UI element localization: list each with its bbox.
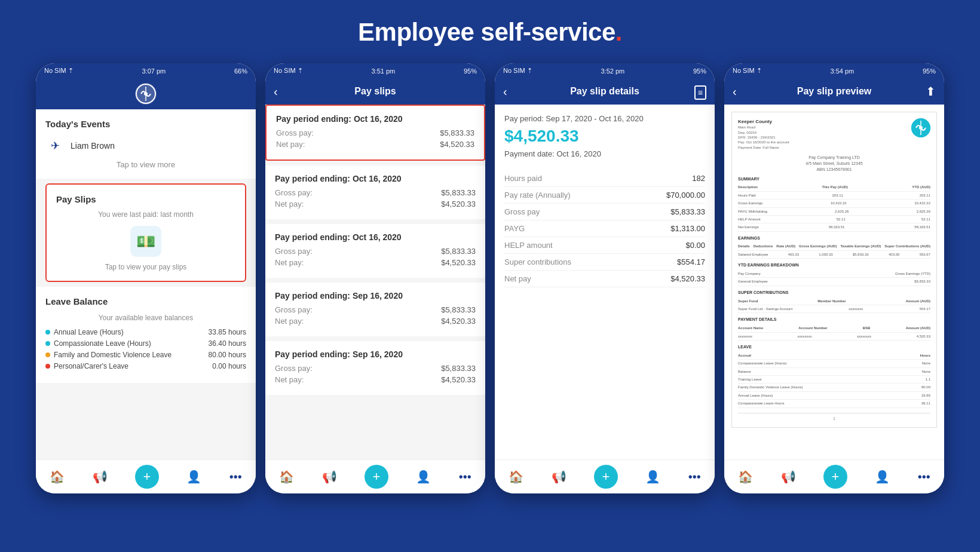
detail-item-2: Gross pay $5,833.33 — [504, 204, 705, 220]
back-button-3[interactable]: ‹ — [503, 85, 507, 99]
dollar-icon: 💵 — [130, 226, 161, 257]
pay-slip-gross-0: Gross pay: $5,833.33 — [276, 128, 474, 137]
nav-announcements-3[interactable]: 📢 — [552, 470, 566, 484]
ytd-title: YTD EARNINGS BREAKDOWN — [738, 262, 930, 268]
battery-3: 95% — [693, 68, 706, 75]
pay-slip-net-2: Net pay: $4,520.33 — [275, 258, 476, 267]
pay-slip-period-0: Pay period ending: Oct 16, 2020 — [276, 114, 474, 124]
nav-add-3[interactable]: + — [594, 465, 618, 489]
bottom-nav-2: 🏠 📢 + 👤 ••• — [265, 459, 485, 493]
bottom-nav-4: 🏠 📢 + 👤 ••• — [724, 459, 944, 493]
nav-announcements-2[interactable]: 📢 — [322, 470, 337, 484]
pay-slip-entry-1[interactable]: Pay period ending: Oct 16, 2020 Gross pa… — [265, 165, 485, 219]
event-item: ✈ Liam Brown — [45, 136, 246, 155]
leave-item-3: Personal/Carer's Leave 0.00 hours — [45, 362, 246, 370]
back-button-4[interactable]: ‹ — [733, 85, 737, 99]
nav-contacts-1[interactable]: 👤 — [186, 470, 201, 484]
today-events-header: Today's Events — [45, 119, 246, 129]
app-logo-icon — [135, 83, 157, 105]
super-title: SUPER CONTRIBUTIONS — [738, 290, 930, 296]
detail-item-4: HELP amount $0.00 — [504, 237, 705, 254]
pay-slip-gross-1: Gross pay: $5,833.33 — [275, 188, 476, 197]
pay-slips-card[interactable]: Pay Slips You were last paid: last month… — [45, 183, 246, 282]
nav-add-2[interactable]: + — [365, 465, 388, 489]
nav-add-4[interactable]: + — [823, 465, 847, 489]
status-bar-1: No SIM ⇡ 3:07 pm 66% — [36, 63, 256, 78]
time-3: 3:52 pm — [601, 68, 624, 75]
phone-4: No SIM ⇡ 3:54 pm 95% ‹ Pay slip preview … — [724, 63, 944, 493]
leave-title: LEAVE — [738, 344, 930, 350]
leave-item-2: Family and Domestic Violence Leave 80.00… — [45, 351, 246, 359]
preview-header: Keeper County Main Road Dep. 00234 DFR: … — [738, 118, 930, 150]
pay-slips-sub: You were last paid: last month — [56, 210, 235, 219]
svg-point-6 — [919, 126, 923, 130]
leave-section: Leave Balance Your available leave balan… — [36, 287, 256, 383]
nav-home-2[interactable]: 🏠 — [279, 470, 294, 484]
nav-add-1[interactable]: + — [135, 465, 159, 489]
nav-contacts-4[interactable]: 👤 — [875, 470, 890, 484]
pay-slip-entry-2[interactable]: Pay period ending: Oct 16, 2020 Gross pa… — [265, 224, 485, 278]
leave-item-0: Annual Leave (Hours) 33.85 hours — [45, 328, 246, 336]
pay-slip-net-3: Net pay: $4,520.33 — [275, 317, 476, 326]
nav-more-3[interactable]: ••• — [688, 470, 701, 484]
battery-1: 66% — [234, 68, 247, 75]
detail-item-5: Super contributions $554.17 — [504, 254, 705, 271]
phone1-content: Today's Events ✈ Liam Brown Tap to view … — [36, 109, 256, 459]
signal-text-4: No SIM ⇡ — [733, 67, 762, 75]
pay-slip-entry-3[interactable]: Pay period ending: Sep 16, 2020 Gross pa… — [265, 283, 485, 336]
bottom-nav-1: 🏠 📢 + 👤 ••• — [36, 459, 256, 493]
time-2: 3:51 pm — [371, 68, 395, 75]
pay-slip-period-2: Pay period ending: Oct 16, 2020 — [275, 232, 476, 242]
nav-bar-4: ‹ Pay slip preview ⬆ — [724, 78, 944, 105]
pay-slip-net-0: Net pay: $4,520.33 — [276, 140, 474, 149]
earnings-title: EARNINGS — [738, 235, 930, 241]
pay-slips-title: Pay Slips — [56, 194, 235, 204]
today-events-section: Today's Events ✈ Liam Brown Tap to view … — [36, 109, 256, 179]
pay-slip-gross-3: Gross pay: $5,833.33 — [275, 305, 476, 314]
leave-item-1: Compassionate Leave (Hours) 36.40 hours — [45, 339, 246, 348]
svg-point-3 — [144, 92, 148, 96]
nav-contacts-3[interactable]: 👤 — [645, 470, 660, 484]
nav-home-3[interactable]: 🏠 — [509, 470, 523, 484]
tap-more-events[interactable]: Tap to view more — [45, 160, 246, 169]
back-button-2[interactable]: ‹ — [274, 85, 278, 99]
nav-home-1[interactable]: 🏠 — [50, 470, 65, 484]
payment-details-title: PAYMENT DETAILS — [738, 317, 930, 323]
status-bar-2: No SIM ⇡ 3:51 pm 95% — [265, 63, 485, 78]
leave-sub: Your available leave balances — [45, 314, 246, 322]
bottom-nav-3: 🏠 📢 + 👤 ••• — [495, 459, 715, 493]
nav-announcements-1[interactable]: 📢 — [93, 470, 108, 484]
nav-announcements-4[interactable]: 📢 — [781, 470, 796, 484]
detail-item-0: Hours paid 182 — [504, 170, 705, 187]
detail-item-6: Net pay $4,520.33 — [504, 271, 705, 287]
nav-bar-1 — [36, 78, 256, 109]
nav-contacts-2[interactable]: 👤 — [416, 470, 431, 484]
nav-more-4[interactable]: ••• — [918, 470, 930, 484]
plane-icon: ✈ — [45, 136, 65, 155]
nav-home-4[interactable]: 🏠 — [738, 470, 753, 484]
summary-title: SUMMARY — [738, 176, 930, 182]
nav-more-1[interactable]: ••• — [229, 470, 242, 484]
phone-1: No SIM ⇡ 3:07 pm 66% Today's Events — [36, 63, 256, 493]
doc-icon[interactable]: ≡ — [694, 85, 706, 99]
nav-more-2[interactable]: ••• — [459, 470, 471, 484]
share-icon[interactable]: ⬆ — [926, 84, 936, 99]
phone-2: No SIM ⇡ 3:51 pm 95% ‹ Pay slips Pay per… — [265, 63, 485, 493]
status-left-1: No SIM ⇡ — [44, 67, 74, 75]
signal-text-3: No SIM ⇡ — [503, 67, 532, 75]
pay-slip-preview: Keeper County Main Road Dep. 00234 DFR: … — [724, 105, 944, 459]
phone-3: No SIM ⇡ 3:52 pm 95% ‹ Pay slip details … — [495, 63, 715, 493]
pay-slips-tap[interactable]: Tap to view your pay slips — [56, 263, 235, 271]
page-title: Employee self-service. — [358, 18, 622, 47]
time-4: 3:54 pm — [830, 68, 854, 75]
status-bar-3: No SIM ⇡ 3:52 pm 95% — [495, 63, 715, 78]
pay-slip-entry-0[interactable]: Pay period ending: Oct 16, 2020 Gross pa… — [265, 105, 485, 161]
pay-slips-list: Pay period ending: Oct 16, 2020 Gross pa… — [265, 105, 485, 459]
detail-item-3: PAYG $1,313.00 — [504, 220, 705, 237]
pay-slip-icon-wrap: 💵 — [56, 226, 235, 257]
pay-slip-details: Pay period: Sep 17, 2020 - Oct 16, 2020 … — [495, 105, 715, 459]
pay-slip-entry-4[interactable]: Pay period ending: Sep 16, 2020 Gross pa… — [265, 341, 485, 395]
signal-text-2: No SIM ⇡ — [274, 67, 303, 75]
detail-item-1: Pay rate (Annually) $70,000.00 — [504, 187, 705, 204]
time-1: 3:07 pm — [142, 68, 166, 75]
